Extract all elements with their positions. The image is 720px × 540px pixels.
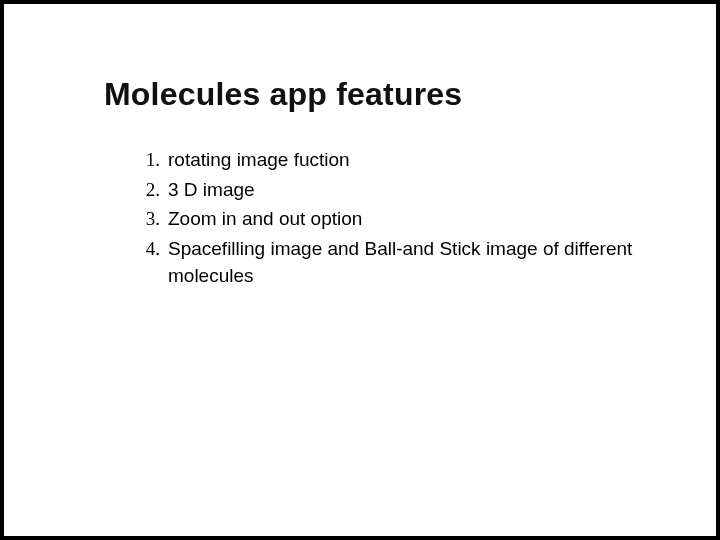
list-item-text: Zoom in and out option: [160, 205, 636, 233]
list-item: 3. Zoom in and out option: [132, 205, 636, 233]
list-number: 4.: [132, 235, 160, 263]
list-item: 1. rotating image fuction: [132, 146, 636, 174]
list-item-text: rotating image fuction: [160, 146, 636, 174]
list-item: 2. 3 D image: [132, 176, 636, 204]
feature-list: 1. rotating image fuction 2. 3 D image 3…: [132, 146, 636, 292]
list-item: 4. Spacefilling image and Ball-and Stick…: [132, 235, 636, 290]
slide-title: Molecules app features: [104, 76, 462, 113]
list-item-text: Spacefilling image and Ball-and Stick im…: [160, 235, 636, 290]
list-number: 2.: [132, 176, 160, 204]
list-number: 1.: [132, 146, 160, 174]
list-number: 3.: [132, 205, 160, 233]
list-item-text: 3 D image: [160, 176, 636, 204]
slide: Molecules app features 1. rotating image…: [4, 4, 716, 536]
